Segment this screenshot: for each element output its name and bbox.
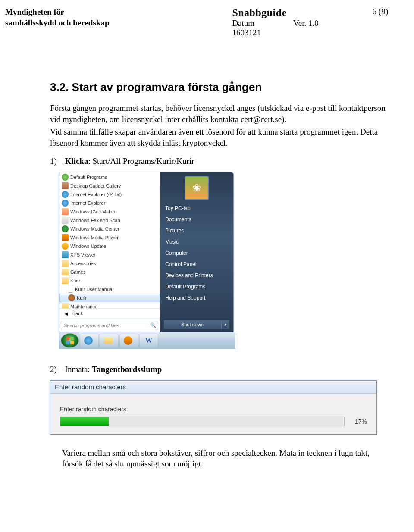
sm-item-gadget[interactable]: Desktop Gadget Gallery (59, 182, 160, 190)
dialog-title: Enter random characters (50, 381, 376, 394)
progress-percent: 17% (351, 418, 367, 425)
step1-rest: : Start/All Programs/Kurir/Kurir (88, 156, 194, 166)
folder-icon (104, 337, 113, 344)
sm-item-ie[interactable]: Internet Explorer (59, 199, 160, 207)
progress-bar (60, 417, 345, 426)
folder-icon (62, 260, 69, 267)
sm-right-defaultprograms[interactable]: Default Programs (160, 281, 233, 292)
start-menu-program-list: Default Programs Desktop Gadget Gallery … (59, 172, 160, 308)
footer-text: Variera mellan små och stora bokstäver, … (62, 448, 388, 469)
datum-label: Datum (232, 19, 254, 28)
folder-icon (62, 277, 69, 284)
xps-icon (62, 251, 69, 258)
section-heading: 3.2. Start av programvara första gången (50, 81, 388, 94)
media-center-icon (62, 225, 69, 232)
random-chars-dialog: Enter random characters Enter random cha… (50, 380, 377, 435)
sm-item-update[interactable]: Windows Update (59, 242, 160, 250)
step2-bold: Tangentbordsslump (92, 365, 162, 374)
start-button[interactable] (61, 333, 79, 348)
start-menu: Default Programs Desktop Gadget Gallery … (59, 172, 234, 332)
sm-right-help[interactable]: Help and Support (160, 292, 233, 304)
taskbar-ie-icon[interactable] (80, 334, 99, 347)
datum-value: 1603121 (232, 28, 318, 38)
doc-title: Snabbguide (232, 7, 318, 19)
folder-icon (62, 303, 69, 308)
document-header: Myndigheten för samhällsskydd och bereds… (5, 7, 388, 38)
version: Ver. 1.0 (293, 19, 319, 28)
org-line2: samhällsskydd och beredskap (5, 18, 109, 28)
step1-bold: Klicka (65, 156, 88, 166)
media-player-icon (124, 336, 132, 345)
taskbar-word-icon[interactable]: W (139, 334, 158, 347)
sm-item-games[interactable]: Games (59, 268, 160, 276)
progress-fill (60, 417, 109, 426)
sm-item-dvd[interactable]: Windows DVD Maker (59, 207, 160, 216)
ie-icon (84, 336, 93, 345)
taskbar: W (59, 332, 235, 349)
step1-num: 1) (50, 156, 57, 166)
sm-item-mediacenter[interactable]: Windows Media Center (59, 225, 160, 233)
user-avatar[interactable]: ❀ (185, 176, 209, 200)
sm-item-accessories[interactable]: Accessories (59, 259, 160, 268)
sm-right-pictures[interactable]: Pictures (160, 225, 233, 236)
taskbar-mediaplayer-icon[interactable] (119, 334, 138, 347)
folder-icon (62, 269, 69, 275)
sm-item-kurir-folder[interactable]: Kurir (59, 276, 160, 285)
back-button[interactable]: ◄ Back (59, 308, 160, 319)
step2-num: 2) (50, 365, 57, 374)
sm-item-kurir-manual[interactable]: Kurir User Manual (59, 285, 160, 294)
ie-icon (62, 191, 69, 198)
search-icon: 🔍 (150, 322, 156, 328)
taskbar-explorer-icon[interactable] (100, 334, 119, 347)
sm-item-maintenance[interactable]: Maintenance (59, 302, 160, 308)
shutdown-menu-arrow[interactable]: ▸ (221, 320, 230, 329)
sm-item-ie64[interactable]: Internet Explorer (64-bit) (59, 190, 160, 199)
sm-right-user[interactable]: Toy PC-lab (160, 203, 233, 214)
media-player-icon (62, 234, 69, 241)
sm-item-mediaplayer[interactable]: Windows Media Player (59, 233, 160, 242)
sm-item-xps[interactable]: XPS Viewer (59, 250, 160, 259)
sm-right-computer[interactable]: Computer (160, 247, 233, 259)
sm-right-music[interactable]: Music (160, 236, 233, 247)
search-input[interactable]: Search programs and files 🔍 (61, 321, 158, 330)
sm-item-fax[interactable]: Windows Fax and Scan (59, 216, 160, 225)
section-para2: Vid samma tillfälle skapar användaren äv… (50, 126, 388, 148)
ie-icon (62, 200, 69, 207)
shutdown-button[interactable]: Shut down (163, 320, 221, 329)
sm-item-kurir-app[interactable]: Kurir (59, 294, 160, 302)
dvd-icon (62, 208, 69, 215)
org-line1: Myndigheten för (5, 7, 109, 18)
gadget-icon (62, 182, 69, 189)
section-para1: Första gången programmet startas, behöve… (50, 103, 388, 125)
back-arrow-icon: ◄ (63, 310, 69, 317)
step-2: 2) Inmata: Tangentbordsslump (50, 365, 388, 374)
sm-item-default-programs[interactable]: Default Programs (59, 173, 160, 182)
fax-icon (62, 217, 69, 224)
dialog-label: Enter random characters (60, 406, 367, 413)
kurir-icon (68, 294, 75, 301)
update-icon (62, 243, 69, 250)
start-search-row: Search programs and files 🔍 (59, 319, 160, 332)
sm-right-controlpanel[interactable]: Control Panel (160, 259, 233, 270)
sm-right-devices[interactable]: Devices and Printers (160, 270, 233, 281)
default-programs-icon (62, 174, 69, 181)
step2-pre: Inmata: (65, 365, 92, 374)
page-number: 6 (9) (373, 7, 388, 16)
step-1: 1) Klicka: Start/All Programs/Kurir/Kuri… (50, 156, 388, 166)
document-icon (68, 286, 73, 293)
windows-logo-icon (66, 337, 74, 344)
sm-right-documents[interactable]: Documents (160, 214, 233, 225)
